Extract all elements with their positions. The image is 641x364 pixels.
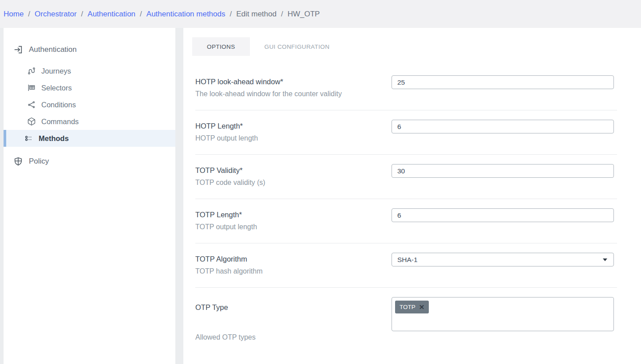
totp-algorithm-selected-value: SHA-1 bbox=[397, 256, 418, 264]
breadcrumb-separator: / bbox=[140, 10, 142, 19]
breadcrumb-separator: / bbox=[28, 10, 30, 19]
hotp-length-input[interactable] bbox=[392, 120, 614, 133]
field-label: TOTP Algorithm bbox=[195, 253, 386, 263]
field-description: TOTP code validity (s) bbox=[195, 179, 386, 187]
totp-length-input[interactable] bbox=[392, 208, 614, 222]
tab-options[interactable]: OPTIONS bbox=[192, 37, 250, 56]
otp-type-chip-input[interactable]: TOTP ✕ bbox=[392, 297, 614, 331]
chip-remove-icon[interactable]: ✕ bbox=[419, 304, 425, 310]
field-label: TOTP Length* bbox=[195, 208, 386, 219]
breadcrumb-separator: / bbox=[229, 10, 232, 19]
commands-cube-icon bbox=[27, 117, 36, 126]
totp-validity-input[interactable] bbox=[392, 164, 614, 178]
field-label: HOTP Length* bbox=[195, 120, 386, 130]
field-description: The look-ahead window for the counter va… bbox=[195, 90, 386, 98]
methods-dots-icon bbox=[24, 134, 33, 143]
sign-in-icon bbox=[13, 45, 23, 55]
field-description: TOTP hash algorithm bbox=[195, 267, 386, 275]
form-row-totp-algorithm: TOTP Algorithm TOTP hash algorithm SHA-1 bbox=[195, 243, 617, 288]
breadcrumb-method-name: HW_OTP bbox=[288, 10, 320, 19]
totp-algorithm-select[interactable]: SHA-1 bbox=[392, 253, 614, 266]
chip-totp: TOTP ✕ bbox=[395, 301, 429, 313]
sidebar-item-label: Journeys bbox=[41, 67, 71, 75]
sidebar-authentication-children: Journeys Selectors bbox=[4, 63, 175, 147]
form-row-hotp-lookahead: HOTP look-ahead window* The look-ahead w… bbox=[195, 66, 617, 110]
breadcrumb: Home / Orchestrator / Authentication / A… bbox=[0, 0, 641, 28]
journey-route-icon bbox=[27, 67, 36, 75]
form-row-totp-length: TOTP Length* TOTP output length bbox=[195, 199, 617, 243]
field-label: HOTP look-ahead window* bbox=[195, 75, 386, 86]
breadcrumb-link-authentication-methods[interactable]: Authentication methods bbox=[146, 10, 226, 19]
sidebar-section-policy[interactable]: Policy bbox=[4, 152, 175, 171]
policy-shield-icon bbox=[13, 157, 23, 166]
main-layout: Authentication Journeys bbox=[0, 28, 641, 364]
selector-table-icon bbox=[27, 83, 36, 92]
tab-bar: OPTIONS GUI CONFIGURATION bbox=[192, 37, 641, 56]
tab-gui-configuration[interactable]: GUI CONFIGURATION bbox=[250, 37, 344, 56]
sidebar-item-label: Methods bbox=[39, 134, 69, 143]
sidebar-section-label: Policy bbox=[29, 157, 49, 166]
form-row-hotp-length: HOTP Length* HOTP output length bbox=[195, 110, 617, 155]
sidebar-item-label: Commands bbox=[41, 117, 79, 126]
sidebar-item-conditions[interactable]: Conditions bbox=[4, 96, 175, 113]
field-label: TOTP Validity* bbox=[195, 164, 386, 175]
content-panel: OPTIONS GUI CONFIGURATION HOTP look-ahea… bbox=[183, 28, 641, 364]
breadcrumb-link-home[interactable]: Home bbox=[4, 10, 24, 19]
breadcrumb-edit-method: Edit method bbox=[236, 10, 277, 19]
sidebar-item-journeys[interactable]: Journeys bbox=[4, 63, 175, 79]
conditions-branch-icon bbox=[27, 100, 36, 109]
field-label: OTP Type bbox=[195, 297, 386, 312]
form-row-otp-type: OTP Type Allowed OTP types TOTP ✕ bbox=[195, 288, 617, 353]
options-form: HOTP look-ahead window* The look-ahead w… bbox=[183, 66, 641, 353]
sidebar-section-label: Authentication bbox=[29, 45, 77, 54]
field-description: TOTP output length bbox=[195, 223, 386, 231]
breadcrumb-link-orchestrator[interactable]: Orchestrator bbox=[35, 10, 76, 19]
sidebar-section-authentication[interactable]: Authentication bbox=[4, 40, 175, 59]
sidebar-item-label: Conditions bbox=[41, 101, 76, 109]
sidebar-item-label: Selectors bbox=[41, 84, 72, 92]
breadcrumb-separator: / bbox=[81, 10, 83, 19]
breadcrumb-separator: / bbox=[281, 10, 283, 19]
form-row-totp-validity: TOTP Validity* TOTP code validity (s) bbox=[195, 155, 617, 199]
field-description: Allowed OTP types bbox=[195, 333, 386, 341]
sidebar-item-methods[interactable]: Methods bbox=[4, 130, 175, 147]
hotp-lookahead-window-input[interactable] bbox=[392, 75, 614, 89]
chevron-down-icon bbox=[603, 258, 607, 261]
field-description: HOTP output length bbox=[195, 134, 386, 142]
sidebar: Authentication Journeys bbox=[4, 28, 175, 364]
breadcrumb-link-authentication[interactable]: Authentication bbox=[87, 10, 135, 19]
sidebar-item-commands[interactable]: Commands bbox=[4, 113, 175, 130]
sidebar-item-selectors[interactable]: Selectors bbox=[4, 79, 175, 96]
chip-label: TOTP bbox=[400, 304, 415, 310]
panel-gap bbox=[175, 28, 183, 364]
